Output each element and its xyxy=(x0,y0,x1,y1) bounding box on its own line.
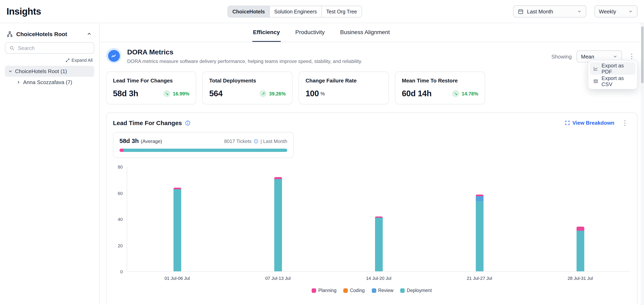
export-csv-label: Export as CSV xyxy=(602,75,632,87)
metric-card-title: Total Deployments xyxy=(209,78,286,84)
chart-legend: PlanningCodingReviewDeployment xyxy=(113,288,630,293)
bar-column[interactable] xyxy=(328,167,429,271)
expand-all-link[interactable]: Expand All xyxy=(66,58,93,62)
top-bar: Insights ChoiceHotels Solution Engineers… xyxy=(0,0,644,23)
plot-area xyxy=(127,167,630,272)
metric-card-mean-time-to-restore[interactable]: Mean Time To Restore 60d 14h ↘ 14.78% xyxy=(395,71,485,104)
trend-badge: ↘ 16.99% xyxy=(164,90,189,97)
gauge-icon xyxy=(110,52,117,59)
sidebar-title: ChoiceHotels Root xyxy=(16,31,82,37)
tree-item-choicehotels-root[interactable]: ChoiceHotels Root (1) xyxy=(5,66,94,77)
dora-description: DORA metrics measure software delivery p… xyxy=(127,58,362,64)
expand-all-label: Expand All xyxy=(72,58,93,62)
info-icon[interactable] xyxy=(254,139,258,144)
trend-up-icon: ↗ xyxy=(260,90,267,97)
period-select-value: Last Month xyxy=(527,8,574,14)
legend-label: Review xyxy=(378,288,393,293)
legend-item-planning[interactable]: Planning xyxy=(312,288,337,293)
y-tick-label: 20 xyxy=(118,243,123,248)
bar-segment-deployment xyxy=(476,201,484,271)
legend-item-deployment[interactable]: Deployment xyxy=(400,288,432,293)
trend-down-icon: ↘ xyxy=(452,90,459,97)
lead-time-bar-chart: 020406080 01 Jul-06 Jul07 Jul-13 Jul14 J… xyxy=(113,167,630,293)
tab-efficiency[interactable]: Efficiency xyxy=(252,23,280,42)
chevron-down-icon xyxy=(577,9,582,14)
search-input[interactable] xyxy=(18,45,90,51)
period-select[interactable]: Last Month xyxy=(513,5,586,17)
chart-title: Lead Time For Changes xyxy=(113,119,182,126)
view-breakdown-label: View Breakdown xyxy=(572,120,614,126)
metric-card-lead-time[interactable]: Lead Time For Changes 58d 3h ↘ 16.99% xyxy=(106,71,196,104)
org-tree-sidebar: ChoiceHotels Root Expand All xyxy=(0,23,100,305)
metric-card-total-deployments[interactable]: Total Deployments 564 ↗ 39.26% xyxy=(202,71,292,104)
granularity-select-value: Weekly xyxy=(599,8,625,14)
legend-item-review[interactable]: Review xyxy=(372,288,393,293)
summary-period: | Last Month xyxy=(260,138,287,144)
y-tick-label: 60 xyxy=(118,191,123,196)
metric-card-change-failure-rate[interactable]: Change Failure Rate 100 % xyxy=(299,71,389,104)
bar-segment-review xyxy=(476,196,484,201)
summary-value: 58d 3h xyxy=(120,137,139,144)
export-pdf-label: Export as PDF xyxy=(602,62,632,74)
scrollbar[interactable] xyxy=(641,23,644,305)
aggregation-select-value: Mean xyxy=(581,53,610,59)
lead-time-chart-card: Lead Time For Changes View Breakdown xyxy=(106,112,638,305)
dora-header: DORA Metrics DORA metrics measure softwa… xyxy=(106,48,638,64)
bar-column[interactable] xyxy=(429,167,530,271)
export-csv-item[interactable]: Export as CSV xyxy=(590,75,636,87)
bar-column[interactable] xyxy=(127,167,228,271)
chevron-right-icon xyxy=(16,80,21,84)
phase-distribution-bar xyxy=(120,149,287,152)
scrollbar-thumb[interactable] xyxy=(641,26,644,83)
efficiency-content: DORA Metrics DORA metrics measure softwa… xyxy=(100,42,644,305)
view-breakdown-button[interactable]: View Breakdown xyxy=(565,120,614,126)
org-tab-solution-engineers[interactable]: Solution Engineers xyxy=(270,6,322,17)
metric-card-title: Mean Time To Restore xyxy=(402,78,478,84)
granularity-select[interactable]: Weekly xyxy=(594,5,638,17)
legend-swatch xyxy=(372,288,376,293)
chevron-down-icon xyxy=(613,54,618,59)
legend-item-coding[interactable]: Coding xyxy=(343,288,365,293)
metric-card-unit: % xyxy=(320,91,325,96)
expand-all-row: Expand All xyxy=(5,54,94,66)
bar-column[interactable] xyxy=(228,167,329,271)
tree-item-anna-scozzafava[interactable]: Anna Scozzafava (7) xyxy=(13,77,94,88)
legend-label: Planning xyxy=(318,288,337,293)
dora-kebab-menu-button[interactable]: ⋮ xyxy=(626,53,638,60)
legend-label: Coding xyxy=(350,288,365,293)
x-axis-label: 07 Jul-13 Jul xyxy=(228,276,328,281)
app-title: Insights xyxy=(6,6,41,17)
phase-bar-segment-planning xyxy=(120,149,124,152)
sidebar-search xyxy=(5,42,94,54)
dora-metric-cards: Lead Time For Changes 58d 3h ↘ 16.99% To… xyxy=(106,71,638,104)
tab-productivity[interactable]: Productivity xyxy=(294,23,326,42)
legend-swatch xyxy=(312,288,316,293)
chart-kebab-menu-button[interactable]: ⋮ xyxy=(619,120,630,126)
bar-column[interactable] xyxy=(530,167,630,271)
export-menu: Export as PDF Export as CSV xyxy=(588,60,638,89)
search-icon xyxy=(9,45,15,50)
bar-segment-deployment xyxy=(274,179,282,271)
dora-title: DORA Metrics xyxy=(127,48,362,56)
dora-header-text: DORA Metrics DORA metrics measure softwa… xyxy=(127,48,362,64)
top-bar-controls: Last Month Weekly xyxy=(513,5,638,17)
org-tab-choicehotels[interactable]: ChoiceHotels xyxy=(228,6,270,17)
y-tick-label: 0 xyxy=(120,269,123,274)
org-switcher: ChoiceHotels Solution Engineers Test Org… xyxy=(228,6,362,17)
sidebar-collapse-button[interactable] xyxy=(86,30,93,37)
showing-label: Showing xyxy=(551,53,572,59)
chart-line-icon xyxy=(593,66,598,71)
summary-tickets: 8017 Tickets xyxy=(224,138,252,144)
bar-segment-planning xyxy=(576,227,584,231)
org-tab-test-org-tree[interactable]: Test Org Tree xyxy=(322,6,362,17)
main-panel: Efficiency Productivity Business Alignme… xyxy=(100,23,644,305)
info-icon[interactable] xyxy=(185,120,190,126)
export-pdf-item[interactable]: Export as PDF xyxy=(590,62,636,75)
metric-card-value: 564 xyxy=(209,89,223,98)
tab-business-alignment[interactable]: Business Alignment xyxy=(339,23,390,42)
summary-suffix: (Average) xyxy=(141,138,162,144)
dora-metrics-icon xyxy=(106,48,122,63)
metric-card-value: 58d 3h xyxy=(113,89,138,98)
main-tabs: Efficiency Productivity Business Alignme… xyxy=(100,23,644,42)
tree-item-label: ChoiceHotels Root (1) xyxy=(15,68,67,74)
